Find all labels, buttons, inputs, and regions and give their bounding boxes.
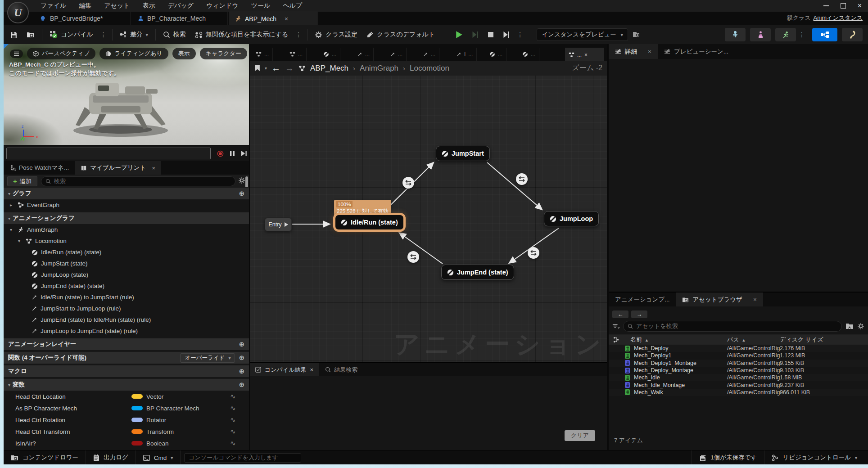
menu-file[interactable]: ファイル (35, 0, 72, 11)
physics-mode-button[interactable] (842, 28, 863, 41)
variable-watch-icon[interactable]: ∿ (230, 416, 242, 424)
add-button[interactable]: +追加 (7, 176, 37, 186)
graph-tab[interactable]: ... (252, 48, 273, 61)
preview-viewport[interactable]: パースペクティブ ライティングあり 表示 キャラクター LOD オート ABP_… (4, 44, 249, 145)
asset-row[interactable]: Mech_Deploy_Montage/All/Game/ControlRig9… (609, 367, 868, 374)
menu-asset[interactable]: アセット (99, 0, 135, 11)
close-tab-icon[interactable]: × (285, 15, 288, 22)
graph-tab[interactable]: ... (519, 48, 539, 61)
section-graphs[interactable]: ▾グラフ⊕ (4, 187, 249, 199)
class-settings-button[interactable]: クラス設定 (310, 28, 362, 41)
forward-button[interactable]: → (285, 63, 294, 73)
add-macro-icon[interactable]: ⊕ (239, 367, 244, 375)
viewport-perspective-button[interactable]: パースペクティブ (27, 48, 95, 59)
tab-asset-browser[interactable]: アセットブラウザ × (676, 292, 763, 306)
breadcrumb-animgraph[interactable]: AnimGraph (360, 64, 398, 73)
tree-item-locomotion[interactable]: ▾ Locomotion (4, 235, 249, 247)
menu-window[interactable]: ウィンドウ (201, 0, 244, 11)
revision-control-button[interactable]: リビジョンコントロール▾ (764, 450, 868, 464)
console-command-input[interactable]: コンソールコマンドを入力します (184, 453, 301, 463)
tab-compile-results[interactable]: コンパイル結果 × (250, 363, 319, 377)
close-window-button[interactable]: × (858, 4, 862, 8)
variable-watch-icon[interactable]: ∿ (230, 428, 242, 436)
close-tab-icon[interactable]: × (753, 296, 757, 303)
hide-unrelated-button[interactable]: 無関係な項目を非表示にする (190, 28, 293, 41)
variable-row[interactable]: As BP Character Mech BP Character Mech ∿ (4, 402, 249, 414)
asset-forward-button[interactable]: → (631, 310, 647, 318)
unsaved-assets-button[interactable]: 1個が未保存です (692, 450, 764, 464)
tab-details[interactable]: 詳細 × (609, 44, 658, 59)
add-function-icon[interactable]: ⊕ (239, 354, 244, 362)
find-button[interactable]: 検索 (158, 28, 190, 41)
close-tab-icon[interactable]: × (584, 52, 588, 58)
variable-row[interactable]: Head Ctrl Location Vector ∿ (4, 391, 249, 402)
graph-tab[interactable]: I... (452, 48, 477, 61)
filter-icon[interactable] (612, 324, 619, 329)
minimize-button[interactable] (823, 5, 829, 6)
variable-watch-icon[interactable]: ∿ (230, 439, 242, 447)
timeline-track[interactable] (6, 148, 211, 159)
stop-button[interactable] (483, 28, 498, 41)
state-node-jumpend[interactable]: JumpEnd (state) (441, 265, 514, 280)
tree-item-rule[interactable]: JumpEnd (state) to Idle/Run (state) (rul… (4, 314, 249, 325)
entry-node[interactable]: Entry (265, 218, 292, 231)
tree-item-state[interactable]: JumpStart (state) (4, 258, 249, 269)
tree-item-state[interactable]: JumpEnd (state) (state) (4, 280, 249, 292)
graph-tab[interactable]: ... (486, 48, 506, 61)
transition-rule-node[interactable] (516, 173, 528, 185)
asset-row[interactable]: Mech_Deploy1/All/Game/ControlRig1.123 Mi… (609, 352, 868, 359)
bookmark-icon[interactable] (254, 65, 260, 72)
pause-button[interactable] (230, 150, 235, 157)
play-button[interactable] (451, 28, 467, 41)
add-layer-icon[interactable]: ⊕ (239, 340, 244, 348)
graph-tab-active[interactable]: ... × (565, 48, 604, 61)
tab-bp-character-mech[interactable]: BP_Character_Mech (131, 12, 228, 25)
settings-gear-icon[interactable] (238, 177, 245, 184)
viewport-show-button[interactable]: 表示 (172, 48, 196, 59)
section-functions[interactable]: 関数 (4 オーバーライド可能) オーバーライド▾ ⊕ (4, 351, 249, 364)
save-button[interactable] (4, 28, 22, 41)
variable-watch-icon[interactable]: ∿ (230, 392, 242, 400)
skeleton-mode-button[interactable] (725, 28, 746, 41)
tab-pose-watch[interactable]: Pose Watchマネ... (4, 161, 75, 175)
tab-abp-mech[interactable]: ABP_Mech × (229, 12, 318, 25)
record-button[interactable] (217, 150, 224, 157)
transition-rule-node[interactable] (402, 177, 414, 189)
step-forward-button[interactable] (241, 150, 247, 157)
tree-item-rule[interactable]: JumpStart to JumpLoop (rule) (4, 303, 249, 314)
add-variable-icon[interactable]: ⊕ (239, 381, 244, 389)
section-variables[interactable]: ▾変数⊕ (4, 378, 249, 391)
variable-row[interactable]: IsInAir? Boolean ∿ (4, 437, 249, 449)
my-blueprint-search-input[interactable]: 検索 (41, 176, 235, 186)
column-path[interactable]: パス▲ (727, 336, 746, 344)
menu-edit[interactable]: 編集 (73, 0, 97, 11)
graph-tab[interactable]: ... (386, 48, 407, 61)
hide-unrelated-options-menu[interactable]: ⋮ (293, 31, 304, 38)
transition-rule-node[interactable] (407, 251, 419, 263)
menu-tools[interactable]: ツール (246, 0, 276, 11)
asset-row[interactable]: Mech_Walk/All/Game/ControlRig966.011 KiB (609, 389, 868, 396)
close-tab-icon[interactable]: × (648, 48, 651, 55)
graph-tab[interactable]: ... (320, 48, 340, 61)
column-name[interactable]: 名前▲ (630, 336, 649, 344)
cmd-dropdown[interactable]: Cmd▾ (136, 450, 181, 464)
state-node-jumpstart[interactable]: JumpStart (436, 146, 490, 161)
add-graph-icon[interactable]: ⊕ (239, 189, 244, 198)
breadcrumb-root[interactable]: ABP_Mech (310, 64, 348, 73)
column-size[interactable]: ディスク サイズ (780, 336, 823, 344)
tab-preview-scene[interactable]: プレビューシーン... (658, 44, 735, 59)
state-node-idle-run[interactable]: Idle/Run (state) (333, 213, 406, 232)
state-node-jumploop[interactable]: JumpLoop (544, 211, 599, 226)
section-macros[interactable]: マクロ⊕ (4, 365, 249, 377)
compile-button[interactable]: コンパイル (45, 28, 98, 41)
mesh-mode-button[interactable] (750, 28, 771, 41)
variable-row[interactable]: Head Ctrl Transform Transform ∿ (4, 426, 249, 437)
compile-options-menu[interactable]: ⋮ (98, 31, 109, 38)
bookmark-dropdown-icon[interactable]: ▾ (265, 66, 267, 71)
frame-step-button[interactable] (498, 28, 514, 41)
viewport-character-button[interactable]: キャラクター (200, 48, 248, 59)
menu-view[interactable]: 表示 (137, 0, 161, 11)
clear-button[interactable]: クリア (565, 430, 595, 441)
section-animation-layers[interactable]: アニメーションレイヤー⊕ (4, 338, 249, 350)
override-dropdown[interactable]: オーバーライド▾ (180, 353, 235, 363)
